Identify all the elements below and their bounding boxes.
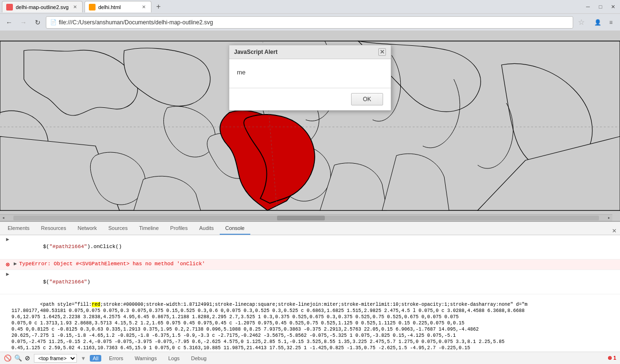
console-search-icon[interactable]: 🔍 — [14, 354, 22, 362]
console-arrow-3: ▶ — [4, 271, 11, 277]
console-text-1: $("#path21664").onClick() — [11, 236, 616, 258]
minimize-button[interactable]: ─ — [583, 1, 593, 12]
svg-tab-close[interactable]: ✕ — [72, 4, 78, 10]
fill-highlight: red — [92, 302, 100, 307]
alert-footer: OK — [229, 88, 391, 110]
error-indicator: ⊗ — [4, 260, 11, 269]
person-icon[interactable]: 👤 — [591, 16, 604, 29]
clear-console-icon[interactable]: 🚫 — [4, 354, 11, 362]
filter-warnings-button[interactable]: Warnings — [131, 354, 160, 362]
console-text-3: $("#path21664") — [11, 271, 616, 293]
browser-window: delhi-map-outline2.svg ✕ delhi.html ✕ + … — [0, 0, 620, 364]
alert-dialog: JavaScript Alert ✕ me OK — [229, 45, 391, 111]
console-blank-indicator — [4, 295, 11, 301]
devtools-tabs: Elements Resources Network Sources Timel… — [0, 222, 620, 235]
bookmark-button[interactable]: ☆ — [575, 16, 588, 29]
tab-elements[interactable]: Elements — [2, 222, 35, 235]
tab-svg[interactable]: delhi-map-outline2.svg ✕ — [2, 1, 83, 12]
address-file-icon: 📄 — [50, 19, 57, 25]
new-tab-button[interactable]: + — [153, 1, 164, 12]
filter-errors-button[interactable]: Errors — [105, 354, 127, 362]
menu-button[interactable]: ≡ — [605, 16, 617, 29]
filter-icon: ▼ — [81, 355, 86, 361]
console-line-path: <path style="fill:red;stroke:#000000;str… — [0, 294, 620, 352]
nav-right-buttons: 👤 ≡ — [591, 16, 617, 29]
tab-network[interactable]: Network — [72, 222, 102, 235]
tab-html[interactable]: delhi.html ✕ — [85, 1, 151, 12]
devtools-right-controls: ✕ — [610, 227, 618, 235]
svg-tab-label: delhi-map-outline2.svg — [16, 4, 69, 10]
html-tab-icon — [89, 4, 96, 10]
alert-title: JavaScript Alert — [234, 49, 278, 55]
tab-sources[interactable]: Sources — [103, 222, 133, 235]
address-text: file:///C:/Users/anshuman/Documents/delh… — [59, 19, 569, 26]
console-arrow-1: ▶ — [4, 236, 11, 242]
reload-button[interactable]: ↻ — [32, 16, 44, 29]
tab-audits[interactable]: Audits — [193, 222, 220, 235]
devtools-close-button[interactable]: ✕ — [610, 227, 618, 235]
error-expand[interactable]: ▶ — [11, 260, 19, 267]
console-line-1: ▶ $("#path21664").onClick() — [0, 235, 620, 260]
toolbar-icons-left: 🚫 🔍 ⊘ — [4, 354, 30, 362]
console-line-3: ▶ $("#path21664") — [0, 270, 620, 294]
tab-timeline[interactable]: Timeline — [133, 222, 164, 235]
console-toolbar: 🚫 🔍 ⊘ <top frame> ▼ All Errors Warnings … — [0, 352, 620, 364]
filter-logs-button[interactable]: Logs — [164, 354, 183, 362]
console-line-error: ⊗ ▶ TypeError: Object #<SVGPathElement> … — [0, 260, 620, 270]
back-button[interactable]: ← — [3, 16, 15, 29]
maximize-button[interactable]: □ — [595, 1, 606, 12]
alert-message: me — [237, 69, 246, 76]
alert-overlay: JavaScript Alert ✕ me OK — [0, 31, 620, 221]
console-path-text: <path style="fill:red;stroke:#000000;str… — [11, 295, 616, 352]
address-bar[interactable]: 📄 file:///C:/Users/anshuman/Documents/de… — [46, 16, 573, 29]
svg-tab-icon — [6, 4, 13, 10]
filter-all-button[interactable]: All — [90, 355, 101, 362]
devtools-panel: Elements Resources Network Sources Timel… — [0, 221, 620, 364]
error-icon: ⊗ — [608, 355, 612, 361]
alert-close-button[interactable]: ✕ — [378, 48, 386, 56]
console-error-text: TypeError: Object #<SVGPathElement> has … — [19, 260, 616, 268]
tab-profiles[interactable]: Profiles — [164, 222, 193, 235]
html-tab-close[interactable]: ✕ — [140, 4, 147, 10]
frame-select[interactable]: <top frame> — [34, 354, 77, 363]
alert-body: me — [229, 59, 391, 88]
console-filter-icon[interactable]: ⊘ — [25, 354, 30, 362]
console-area: ▶ $("#path21664").onClick() ⊗ ▶ TypeErro… — [0, 235, 620, 352]
alert-title-bar: JavaScript Alert ✕ — [229, 45, 391, 59]
html-tab-label: delhi.html — [98, 4, 121, 10]
close-window-button[interactable]: ✕ — [608, 1, 618, 12]
nav-bar: ← → ↻ 📄 file:///C:/Users/anshuman/Docume… — [0, 13, 620, 31]
window-controls: ─ □ ✕ — [583, 1, 618, 12]
tab-resources[interactable]: Resources — [35, 222, 72, 235]
forward-button[interactable]: → — [17, 16, 30, 29]
title-bar: delhi-map-outline2.svg ✕ delhi.html ✕ + … — [0, 0, 620, 13]
error-count-badge: ⊗ 1 — [608, 355, 616, 361]
filter-debug-button[interactable]: Debug — [187, 354, 210, 362]
tab-console[interactable]: Console — [220, 222, 250, 235]
alert-ok-button[interactable]: OK — [351, 93, 383, 105]
page-content-area: JavaScript Alert ✕ me OK ◂ ▸ — [0, 31, 620, 221]
